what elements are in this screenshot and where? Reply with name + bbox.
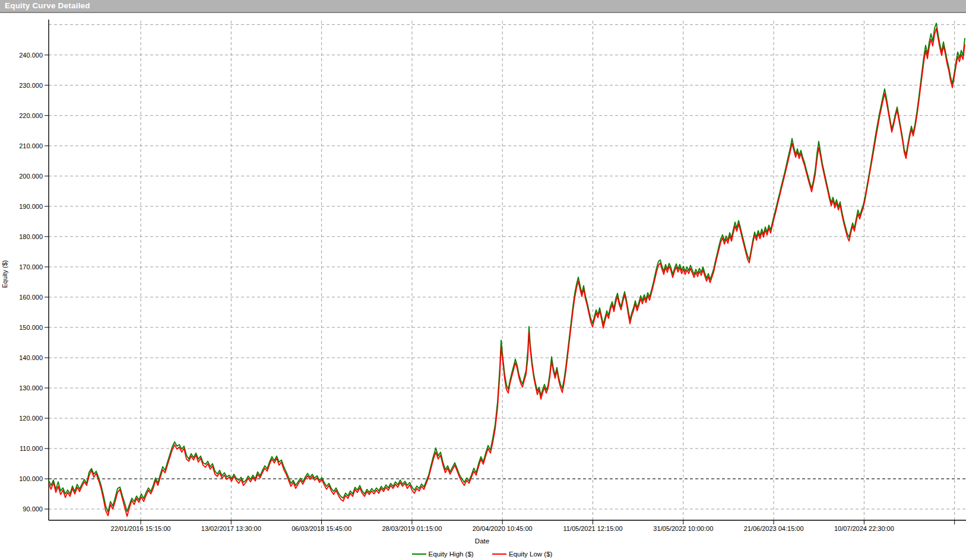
x-tick-label: 28/03/2019 01:15:00 [382, 525, 442, 532]
equity-chart-panel: 240.000230.000220.000210.000200.000190.0… [0, 13, 966, 560]
legend-item-equity-high: Equity High ($) [412, 551, 474, 558]
x-axis-title: Date [0, 537, 964, 545]
window-title: Equity Curve Detailed [5, 1, 90, 10]
equity-low-label: Equity Low ($) [509, 551, 553, 558]
window-title-bar[interactable]: Equity Curve Detailed [0, 0, 966, 13]
y-tick-label: 120.000 [19, 415, 43, 422]
legend: Equity High ($) Equity Low ($) [0, 549, 964, 558]
equity-high-line [49, 23, 965, 512]
x-tick-label: 10/07/2024 22:30:00 [834, 525, 894, 532]
legend-item-equity-low: Equity Low ($) [492, 551, 553, 558]
y-tick-label: 230.000 [19, 82, 43, 89]
equity-low-line-swatch [492, 553, 506, 555]
x-tick-label: 20/04/2020 10:45:00 [473, 525, 533, 532]
y-tick-label: 110.000 [20, 445, 43, 452]
equity-high-line-swatch [412, 553, 426, 555]
y-tick-label: 220.000 [19, 112, 43, 119]
equity-low-line [49, 28, 965, 517]
x-tick-label: 21/06/2023 04:15:00 [744, 525, 804, 532]
y-tick-label: 190.000 [19, 203, 43, 210]
y-tick-label: 150.000 [19, 324, 43, 331]
y-tick-label: 240.000 [19, 52, 43, 59]
y-tick-label: 140.000 [19, 354, 43, 361]
y-tick-label: 210.000 [19, 142, 43, 149]
x-tick-label: 13/02/2017 13:30:00 [201, 525, 261, 532]
x-tick-label: 11/05/2021 12:15:00 [563, 525, 622, 532]
y-tick-label: 180.000 [19, 233, 43, 240]
y-tick-label: 130.000 [19, 384, 43, 392]
y-tick-label: 170.000 [19, 263, 43, 271]
x-tick-label: 31/05/2022 10:00:00 [653, 525, 713, 532]
y-tick-label: 200.000 [19, 173, 43, 180]
equity-chart: 240.000230.000220.000210.000200.000190.0… [0, 13, 966, 560]
y-tick-label: 90.000 [23, 505, 43, 513]
y-tick-label: 160.000 [19, 294, 43, 301]
y-axis-title: Equity ($) [1, 253, 8, 295]
equity-high-label: Equity High ($) [429, 551, 474, 558]
y-tick-label: 100.000 [19, 475, 43, 482]
x-tick-label: 06/03/2018 15:45:00 [292, 525, 351, 532]
x-tick-label: 22/01/2016 15:15:00 [111, 525, 171, 532]
